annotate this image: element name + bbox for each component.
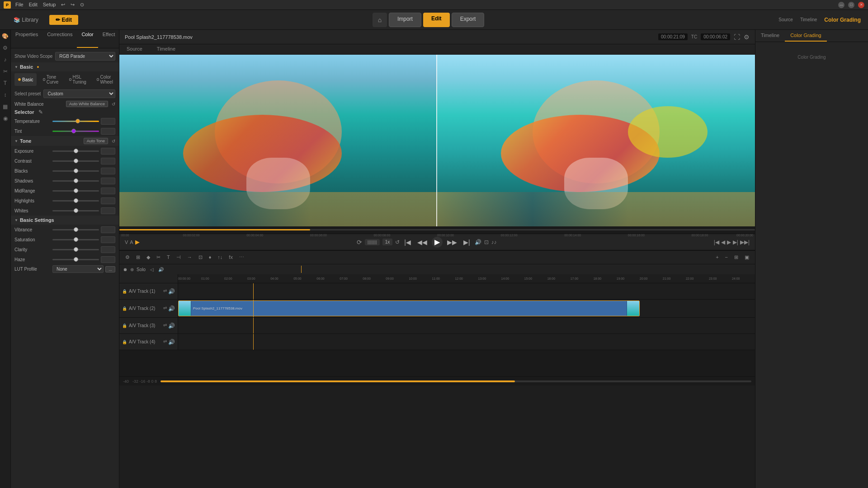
timeline-split-icon[interactable]: ✂ <box>154 253 163 261</box>
contrast-value[interactable]: 0 <box>101 158 115 164</box>
vibrance-value[interactable]: 0 <box>101 226 115 233</box>
timeline-fit-icon[interactable]: ⊞ <box>732 253 741 261</box>
midrange-value[interactable]: 0 <box>101 188 115 194</box>
track-3-lock-icon[interactable]: 🔒 <box>122 324 127 328</box>
whites-slider[interactable] <box>52 210 99 211</box>
timeline-text-icon[interactable]: T <box>165 253 172 261</box>
go-to-start-button[interactable]: |◀ <box>402 239 413 246</box>
temperature-value[interactable]: 0 <box>101 118 115 125</box>
subtab-basic[interactable]: Basic <box>14 73 37 86</box>
menu-file[interactable]: File <box>15 2 24 8</box>
library-tab[interactable]: 📚 Library <box>7 15 45 25</box>
track-1-lock-icon[interactable]: 🔒 <box>122 289 127 294</box>
sidebar-icon-grid[interactable]: ▦ <box>1 102 10 111</box>
tab-color[interactable]: Color <box>77 30 98 48</box>
subtab-hsltuning[interactable]: HSL Tuning <box>66 73 90 86</box>
highlights-value[interactable]: 0 <box>101 197 115 204</box>
saturation-slider[interactable] <box>52 239 99 240</box>
sidebar-icon-audio[interactable]: ♪ <box>1 55 10 64</box>
audio-icon[interactable]: ♪♪ <box>491 239 497 245</box>
lut-select[interactable]: None <box>52 265 104 273</box>
timeline-vol-icon[interactable]: ↑↓ <box>215 253 225 261</box>
export-button[interactable]: Export <box>452 13 485 27</box>
track-3-volume-icon[interactable]: 🔊 <box>168 323 175 329</box>
track-3-link-icon[interactable]: ⇄ <box>163 323 167 329</box>
track-1-volume-icon[interactable]: 🔊 <box>168 288 175 295</box>
menu-icon3[interactable]: ⊙ <box>80 2 84 8</box>
vibrance-slider[interactable] <box>52 229 99 230</box>
saturation-value[interactable]: 0 <box>101 236 115 243</box>
video-scope-select[interactable]: RGB Parade <box>55 52 115 61</box>
clarity-slider[interactable] <box>52 249 99 250</box>
white-balance-reset-icon[interactable]: ↺ <box>112 102 115 107</box>
source-tab[interactable]: Source <box>119 44 150 54</box>
timeline-marker-icon[interactable]: ◆ <box>144 253 152 261</box>
loop-icon[interactable]: ↺ <box>395 239 400 245</box>
menu-icon1[interactable]: ↩ <box>61 2 65 8</box>
basic-section-header[interactable]: ▼ Basic ● <box>11 62 119 71</box>
go-prev-icon[interactable]: |◀ <box>714 239 719 245</box>
subtab-tonecurve[interactable]: Tone Curve <box>39 73 63 86</box>
haze-slider[interactable] <box>52 259 99 260</box>
edit-tab[interactable]: ✏ Edit <box>49 15 78 25</box>
timeline-zoom-out-icon[interactable]: − <box>723 253 730 261</box>
volume-icon[interactable]: 🔊 <box>475 239 481 245</box>
edit-mode-button[interactable]: Edit <box>423 13 450 27</box>
basic-settings-header[interactable]: ▼ Basic Settings <box>11 216 119 225</box>
timeline-audio-icon[interactable]: ♦ <box>207 253 214 261</box>
temperature-slider[interactable] <box>52 121 99 122</box>
tab-effect[interactable]: Effect <box>98 30 119 48</box>
track-2-lock-icon[interactable]: 🔒 <box>122 306 127 311</box>
preview-settings-icon[interactable]: ⚙ <box>744 33 750 41</box>
menu-edit[interactable]: Edit <box>29 2 38 8</box>
speed-display[interactable]: 1x <box>382 239 393 245</box>
maximize-button[interactable]: □ <box>848 2 854 8</box>
timeline-zoom-in-icon[interactable]: + <box>713 253 721 261</box>
haze-value[interactable]: 0 <box>101 256 115 263</box>
marker-icon[interactable]: V <box>125 239 128 245</box>
highlights-slider[interactable] <box>52 200 99 202</box>
timeline-collapse-icon[interactable]: ▣ <box>742 253 751 261</box>
auto-white-balance-button[interactable]: Auto White Balance <box>66 101 108 107</box>
home-button[interactable]: ⌂ <box>373 13 387 27</box>
step-forward-button[interactable]: ▶▶ <box>445 239 459 246</box>
timeline-more-icon[interactable]: ⋯ <box>237 253 246 261</box>
solo-vol-icon[interactable]: 🔊 <box>158 267 164 272</box>
sidebar-icon-color[interactable]: 🎨 <box>1 32 10 41</box>
minimize-button[interactable]: — <box>838 2 844 8</box>
split-screen-icon[interactable]: ⊡ <box>484 239 489 245</box>
shadows-slider[interactable] <box>52 180 99 182</box>
close-button[interactable]: ✕ <box>858 2 864 8</box>
contrast-slider[interactable] <box>52 160 99 162</box>
blacks-value[interactable]: 0 <box>101 168 115 174</box>
basic-reset-icon[interactable]: ● <box>37 65 39 69</box>
timeline-fx-icon[interactable]: fx <box>226 253 235 261</box>
tint-value[interactable]: 0 <box>101 128 115 135</box>
import-button[interactable]: Import <box>389 13 421 27</box>
menu-icon2[interactable]: ↪ <box>71 2 75 8</box>
selector-pencil-icon[interactable]: ✎ <box>38 109 43 115</box>
tab-properties[interactable]: Properties <box>11 30 42 48</box>
midrange-slider[interactable] <box>52 190 99 192</box>
track-2-link-icon[interactable]: ⇄ <box>163 305 167 312</box>
exposure-value[interactable]: 0 <box>101 148 115 155</box>
preview-timeline-tab[interactable]: Timeline <box>800 17 817 22</box>
preset-select[interactable]: Custom <box>43 89 115 98</box>
track-2-content[interactable]: Pool Splash2_117778538.mov <box>178 300 755 317</box>
auto-tone-button[interactable]: Auto Tone <box>84 138 108 144</box>
track-1-link-icon[interactable]: ⇄ <box>163 288 167 295</box>
rpt-timeline[interactable]: Timeline <box>755 30 785 42</box>
track-2-clip[interactable]: Pool Splash2_117778538.mov <box>178 300 640 316</box>
track-4-lock-icon[interactable]: 🔒 <box>122 340 127 344</box>
go-to-end-button[interactable]: ▶| <box>462 239 472 246</box>
sidebar-icon-cut[interactable]: ✂ <box>1 67 10 76</box>
timeline-preview-tab[interactable]: Timeline <box>150 44 183 54</box>
preview-source-tab[interactable]: Source <box>778 17 793 22</box>
next-frame-icon[interactable]: ▶ <box>727 239 731 245</box>
tint-slider[interactable] <box>52 131 99 132</box>
timeline-link-icon[interactable]: ⊡ <box>196 253 205 261</box>
menu-setup[interactable]: Setup <box>43 2 56 8</box>
rpt-color-grading[interactable]: Color Grading <box>785 30 826 42</box>
tone-section-header[interactable]: ▼ Tone Auto Tone ↺ <box>11 136 119 146</box>
skip-icon[interactable]: ▶▶| <box>740 239 750 245</box>
